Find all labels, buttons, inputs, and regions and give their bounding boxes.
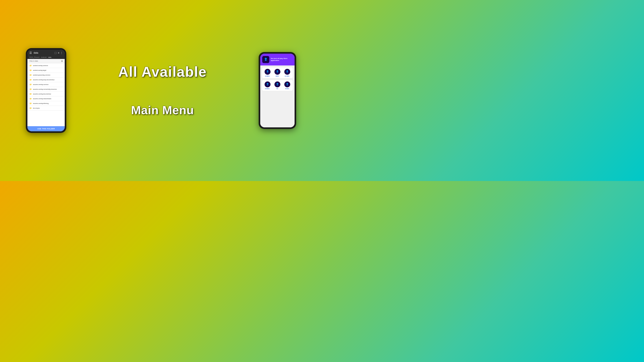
- main-title: All Available: [118, 64, 207, 80]
- folder-icon: 📁: [30, 93, 32, 95]
- file-name: asusims.overlay.connectivity.resources: [33, 88, 63, 90]
- folder-icon: 📁: [30, 74, 32, 76]
- category-global[interactable]: GLOBA.: [283, 69, 292, 77]
- app-screen: the best off play Store application GAME…: [260, 54, 294, 127]
- korea-label: KOREA.: [265, 88, 270, 89]
- list-item[interactable]: 📁 asusims.overlay.tethering: [28, 101, 65, 106]
- svg-point-11: [287, 71, 288, 71]
- bgm-label: BGM.: [276, 75, 279, 77]
- vn-avatar: [274, 81, 280, 87]
- file-name: android.overlay.common: [33, 65, 63, 66]
- folder-icon: 📁: [30, 88, 32, 90]
- breadcrumb: ROG_Phone3 › Android › data: [28, 56, 65, 59]
- list-item[interactable]: 📁 asusims.overlay.connectivity.resources: [28, 87, 65, 92]
- taiwan-label: TAIWA.: [285, 88, 289, 89]
- center-overlay: All Available Main Menu: [118, 64, 207, 117]
- file-name: asusims.overlay.documentsui: [33, 93, 63, 95]
- svg-point-17: [277, 83, 278, 84]
- games-avatar: [264, 69, 270, 75]
- list-item[interactable]: 📁 asusims.overlay.documentsui: [28, 92, 65, 96]
- list-item[interactable]: 📁 asusims.overlay.aosp.documentsui: [28, 77, 65, 82]
- file-manager-screen: ☰ data ⬚ ≡ ⋮ ROG_Phone3 › Android › data…: [28, 50, 65, 131]
- hamburger-icon[interactable]: ☰: [30, 51, 32, 54]
- use-folder-button[interactable]: USE THIS FOLDER: [28, 126, 65, 131]
- folder-icon: 📁: [30, 107, 32, 109]
- global-avatar: [284, 69, 290, 75]
- svg-point-20: [287, 83, 288, 84]
- folder-icon: 📁: [30, 98, 32, 100]
- breadcrumb-rog[interactable]: ROG_Phone3: [30, 56, 39, 58]
- right-phone: the best off play Store application GAME…: [259, 52, 296, 129]
- category-taiwan[interactable]: TAIWA.: [283, 81, 292, 89]
- svg-point-8: [277, 71, 278, 71]
- svg-point-14: [267, 83, 268, 84]
- folder-icon: 📁: [30, 69, 32, 71]
- folder-icon: 📁: [30, 64, 32, 67]
- taiwan-avatar: [284, 81, 290, 87]
- sort-icon[interactable]: ≡: [58, 51, 59, 54]
- files-section-header: Files in data ⊞: [28, 59, 65, 63]
- main-subtitle: Main Menu: [131, 103, 194, 117]
- file-name: android.qvaoverlay.common: [33, 74, 63, 76]
- bgm-avatar: [274, 69, 280, 75]
- list-item[interactable]: 📁 android.overlay.target: [28, 68, 65, 73]
- svg-point-5: [267, 71, 268, 71]
- app-header: the best off play Store application: [260, 54, 294, 65]
- breadcrumb-data: data: [48, 56, 52, 58]
- app-logo: [262, 56, 269, 63]
- file-name: asusims.overlay.tethering: [33, 103, 63, 104]
- folder-icon: 📁: [30, 83, 32, 86]
- file-name: asusims.overlay.common: [33, 84, 63, 85]
- app-tagline: the best off play Store application: [271, 57, 292, 62]
- file-name: android.overlay.target: [33, 70, 63, 71]
- list-item[interactable]: 📁 bin.mt.plus: [28, 106, 65, 111]
- breadcrumb-sep1: ›: [40, 56, 41, 58]
- breadcrumb-android[interactable]: Android: [41, 56, 46, 58]
- app-content: GAMES. BGM.: [260, 65, 294, 127]
- file-manager-header: ☰ data ⬚ ≡ ⋮: [28, 50, 65, 56]
- more-options-icon[interactable]: ⋮: [60, 51, 63, 54]
- vn-label: VN.: [276, 88, 278, 89]
- category-bgm[interactable]: BGM.: [273, 69, 282, 77]
- breadcrumb-sep2: ›: [47, 56, 48, 58]
- svg-point-2: [265, 58, 266, 59]
- category-row-2: KOREA. VN.: [262, 80, 293, 91]
- list-item[interactable]: 📁 asusims.overlay.common: [28, 82, 65, 87]
- left-phone: ☰ data ⬚ ≡ ⋮ ROG_Phone3 › Android › data…: [26, 48, 66, 133]
- list-item[interactable]: 📁 android.overlay.common: [28, 63, 65, 68]
- korea-avatar: [264, 81, 270, 87]
- folder-view-icon[interactable]: ⬚: [54, 51, 57, 54]
- grid-view-icon[interactable]: ⊞: [61, 60, 63, 62]
- global-label: GLOBA.: [285, 75, 290, 77]
- folder-icon: 📁: [30, 102, 32, 104]
- category-vn[interactable]: VN.: [273, 81, 282, 89]
- file-list: 📁 android.overlay.common 📁 android.overl…: [28, 63, 65, 126]
- category-korea[interactable]: KOREA.: [263, 81, 272, 89]
- games-label: GAMES.: [265, 75, 270, 77]
- folder-icon: 📁: [30, 79, 32, 81]
- list-item[interactable]: 📁 android.qvaoverlay.common: [28, 73, 65, 77]
- folder-title: data: [34, 51, 38, 54]
- files-label: Files in data: [30, 60, 38, 62]
- category-row-1: GAMES. BGM.: [262, 67, 293, 78]
- file-name: asusims.overlay.aosp.documentsui: [33, 79, 63, 80]
- file-name: bin.mt.plus: [33, 107, 63, 109]
- file-name: asusims.overlay.networkstack: [33, 98, 63, 99]
- list-item[interactable]: 📁 asusims.overlay.networkstack: [28, 96, 65, 101]
- category-games[interactable]: GAMES.: [263, 69, 272, 77]
